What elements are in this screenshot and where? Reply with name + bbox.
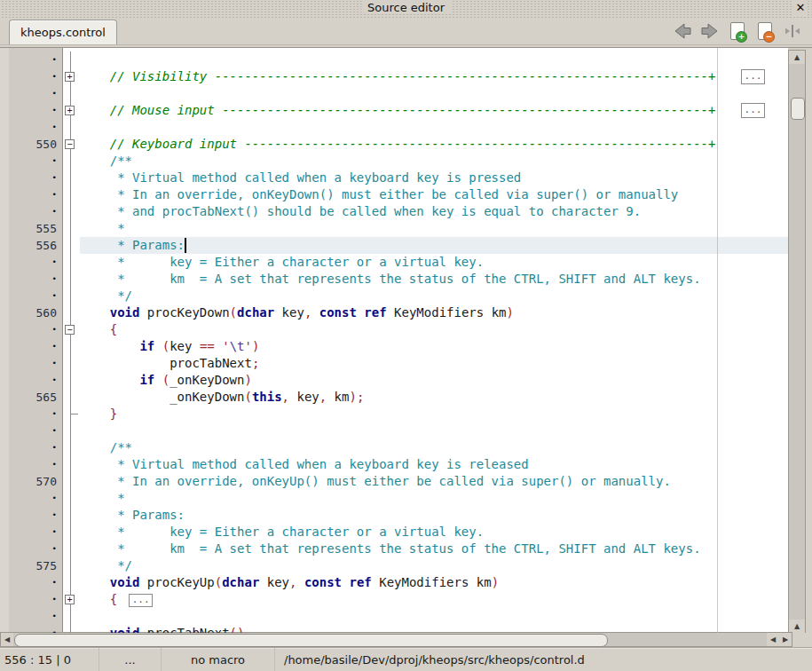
scroll-up-icon-bottom[interactable]: ▲ <box>789 620 805 633</box>
code-line[interactable]: • * Virtual method called when a keyboar… <box>0 170 788 186</box>
code-line[interactable]: 550− // Keyboard input -----------------… <box>0 136 788 153</box>
close-document-button[interactable]: − <box>754 21 776 41</box>
code-text[interactable]: { <box>80 321 788 338</box>
code-text[interactable]: // Visibility --------------------------… <box>80 68 788 85</box>
code-line[interactable]: • <box>0 85 788 102</box>
go-back-button[interactable] <box>672 21 693 41</box>
code-line[interactable]: • * key = Either a character or a virtua… <box>0 524 788 541</box>
code-text[interactable] <box>80 608 788 625</box>
code-line[interactable]: • <box>0 608 788 625</box>
code-text[interactable]: } <box>80 406 788 422</box>
detach-editor-button[interactable] <box>782 21 803 41</box>
code-text[interactable]: procTabNext; <box>80 355 788 372</box>
code-text[interactable]: void procKeyUp(dchar key, const ref KeyM… <box>80 574 788 591</box>
code-line[interactable]: • if (key == '\t') <box>0 338 788 355</box>
code-text[interactable]: // Keyboard input ----------------------… <box>80 136 788 153</box>
code-text[interactable] <box>80 51 788 68</box>
code-line[interactable]: 555 * <box>0 220 788 237</box>
code-line[interactable]: • * and procTabNext() should be called w… <box>0 203 788 220</box>
code-text[interactable]: * In an override, onKeyUp() must either … <box>80 473 788 490</box>
code-text[interactable]: void procTabNext() <box>80 625 788 633</box>
collapsed-code-box[interactable]: ... <box>741 69 765 84</box>
code-line[interactable]: • * Params: <box>0 507 788 524</box>
code-text[interactable]: */ <box>80 288 788 304</box>
code-line[interactable]: • * In an override, onKeyDown() must eit… <box>0 186 788 203</box>
code-line[interactable]: • procTabNext; <box>0 355 788 372</box>
fold-toggle-icon[interactable]: + <box>65 595 75 604</box>
code-line[interactable]: 556 * Params: <box>0 237 788 254</box>
code-line[interactable]: • <box>0 119 788 136</box>
code-line[interactable]: 565 _onKeyDown(this, key, km); <box>0 389 788 406</box>
line-number: • <box>0 51 62 68</box>
vertical-scroll-thumb[interactable] <box>791 98 805 120</box>
code-line[interactable]: •+ {... <box>0 591 788 608</box>
fold-toggle-icon[interactable]: + <box>65 72 75 82</box>
code-line[interactable]: • if (_onKeyDown) <box>0 372 788 389</box>
fold-toggle-icon[interactable]: + <box>65 106 75 115</box>
close-icon[interactable]: ✕ <box>793 1 808 15</box>
code-line[interactable]: • <box>0 422 788 439</box>
code-text[interactable] <box>80 422 788 439</box>
code-text[interactable]: * km = A set that represents the status … <box>80 271 788 288</box>
code-line[interactable]: •− { <box>0 321 788 338</box>
code-text[interactable] <box>80 119 788 136</box>
code-line[interactable]: • */ <box>0 288 788 304</box>
line-number: 575 <box>0 557 62 574</box>
scroll-left-icon-right[interactable]: ◀ <box>767 633 779 646</box>
code-line[interactable]: • * Virtual method called when a keyboar… <box>0 456 788 473</box>
code-text[interactable]: * Params: <box>80 507 788 524</box>
code-line[interactable]: 570 * In an override, onKeyUp() must eit… <box>0 473 788 490</box>
code-text[interactable]: _onKeyDown(this, key, km); <box>80 389 788 406</box>
scroll-left-icon[interactable]: ◀ <box>1 633 13 646</box>
code-line[interactable]: • * km = A set that represents the statu… <box>0 271 788 288</box>
code-text[interactable]: * key = Either a character or a virtual … <box>80 524 788 541</box>
code-text[interactable]: if (key == '\t') <box>80 338 788 355</box>
fold-margin-cell <box>62 186 80 203</box>
code-line[interactable]: • /** <box>0 153 788 170</box>
code-line[interactable]: • void procTabNext() <box>0 625 788 633</box>
code-line[interactable]: • } <box>0 406 788 422</box>
code-text[interactable]: * and procTabNext() should be called whe… <box>80 203 788 220</box>
code-text[interactable]: // Mouse input -------------------------… <box>80 102 788 119</box>
code-text[interactable]: * key = Either a character or a virtual … <box>80 254 788 271</box>
collapsed-code-box[interactable]: ... <box>741 103 765 118</box>
code-text[interactable]: * In an override, onKeyDown() must eithe… <box>80 186 788 203</box>
code-text[interactable]: void procKeyDown(dchar key, const ref Ke… <box>80 304 788 321</box>
forward-arrow-icon <box>699 21 721 41</box>
code-text[interactable]: * km = A set that represents the status … <box>80 541 788 557</box>
go-forward-button[interactable] <box>699 21 721 41</box>
code-editor[interactable]: ••+ // Visibility ----------------------… <box>0 47 812 633</box>
code-text[interactable] <box>80 85 788 102</box>
code-text[interactable]: /** <box>80 153 788 170</box>
code-line[interactable]: • void procKeyUp(dchar key, const ref Ke… <box>0 574 788 591</box>
vertical-scrollbar[interactable]: ▲ ▲ ▼ <box>788 50 806 633</box>
line-number: 555 <box>0 220 62 237</box>
code-text[interactable]: if (_onKeyDown) <box>80 372 788 389</box>
code-text[interactable]: * Virtual method called when a keyboard … <box>80 170 788 186</box>
horizontal-scrollbar[interactable]: ◀ ◀ ▶ <box>0 632 792 647</box>
fold-toggle-icon[interactable]: − <box>65 325 75 335</box>
horizontal-scroll-thumb[interactable] <box>14 634 608 647</box>
new-document-button[interactable]: + <box>727 21 748 41</box>
collapsed-code-box[interactable]: ... <box>129 594 153 607</box>
code-text[interactable]: * Virtual method called when a keyboard … <box>80 456 788 473</box>
scroll-right-icon[interactable]: ▶ <box>779 633 792 646</box>
code-text[interactable]: {... <box>80 591 788 608</box>
code-text[interactable]: * <box>80 490 788 507</box>
tab-kheops-control[interactable]: kheops.control <box>9 20 117 44</box>
code-line[interactable]: • * km = A set that represents the statu… <box>0 541 788 557</box>
code-line[interactable]: •+ // Mouse input ----------------------… <box>0 102 788 119</box>
code-text[interactable]: /** <box>80 439 788 456</box>
code-line[interactable]: 560 void procKeyDown(dchar key, const re… <box>0 304 788 321</box>
code-line[interactable]: •+ // Visibility -----------------------… <box>0 68 788 85</box>
code-line[interactable]: • <box>0 51 788 68</box>
code-line[interactable]: • /** <box>0 439 788 456</box>
scroll-up-icon[interactable]: ▲ <box>789 51 805 64</box>
fold-toggle-icon[interactable]: − <box>65 139 75 149</box>
code-line[interactable]: • * <box>0 490 788 507</box>
title-bar[interactable]: Source editor ✕ <box>0 0 812 18</box>
code-text[interactable]: */ <box>80 557 788 574</box>
code-line[interactable]: 575 */ <box>0 557 788 574</box>
code-line[interactable]: • * key = Either a character or a virtua… <box>0 254 788 271</box>
code-text[interactable]: * <box>80 220 788 237</box>
